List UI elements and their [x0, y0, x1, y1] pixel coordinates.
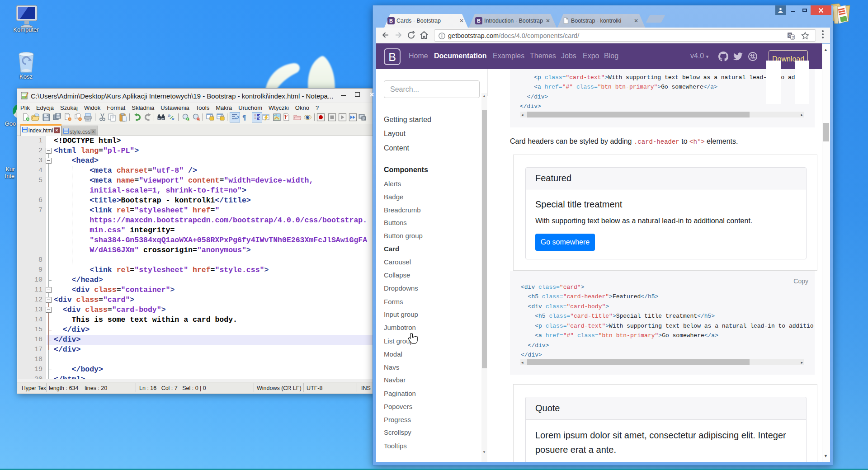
svg-text:b: b: [168, 113, 170, 118]
svg-text:文: 文: [792, 35, 795, 39]
svg-text:¶: ¶: [242, 114, 246, 121]
